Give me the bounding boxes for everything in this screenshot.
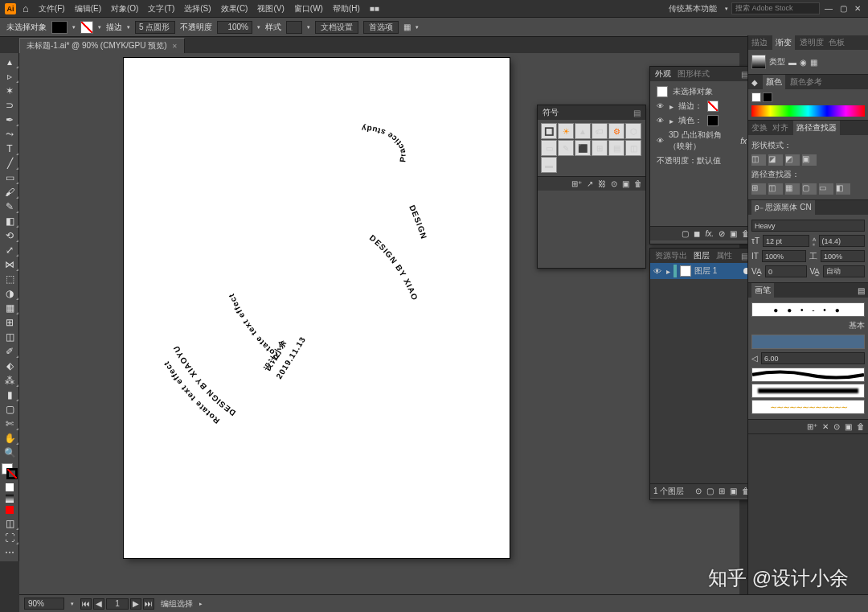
delete-brush-icon[interactable]: 🗑 (857, 422, 865, 431)
brush-lib-icon[interactable]: ⊞⁺ (807, 422, 817, 431)
minus-front-icon[interactable]: ◪ (768, 154, 783, 166)
hscale-field[interactable]: 100% (821, 250, 865, 262)
symbol-item[interactable]: ⬡ (625, 123, 641, 139)
stroke-row[interactable]: 描边： (678, 101, 702, 112)
selection-tool-icon[interactable]: ▴ (0, 55, 19, 69)
brushes-tab[interactable]: 画笔 (751, 283, 774, 298)
brush-options-icon[interactable]: ⊙ (833, 422, 840, 431)
menu-select[interactable]: 选择(S) (181, 3, 214, 14)
duplicate-icon[interactable]: ▣ (730, 229, 737, 238)
intersect-icon[interactable]: ◩ (785, 154, 800, 166)
prev-artboard-icon[interactable]: ◀ (93, 598, 104, 610)
opacity-field[interactable]: 100% (217, 21, 252, 34)
line-tool-icon[interactable]: ╱ (0, 156, 19, 170)
spectrum-picker[interactable] (751, 105, 865, 117)
visibility-icon[interactable]: 👁 (657, 137, 664, 145)
symbol-item[interactable]: ▲ (575, 123, 591, 139)
appearance-panel[interactable]: 外观图形样式▤ 未选择对象 👁▸描边： 👁▸填色： 👁3D 凸出和斜角（映射）f… (649, 66, 754, 244)
workspace-switcher[interactable]: 传统基本功能 (664, 3, 722, 14)
fill-swatch[interactable] (51, 21, 68, 34)
layer-row[interactable]: 👁▸ 图层 1 (650, 263, 753, 279)
menu-file[interactable]: 文件(F) (35, 3, 68, 14)
lasso-tool-icon[interactable]: ⊃ (0, 98, 19, 113)
artboard-tool-icon[interactable]: ▢ (0, 402, 19, 417)
brush-preset[interactable] (751, 368, 865, 382)
magic-wand-tool-icon[interactable]: ✶ (0, 84, 19, 98)
align-icon[interactable]: ▦ (403, 23, 411, 31)
tab-close-icon[interactable]: ✕ (172, 43, 178, 50)
character-tab[interactable]: ρ₋ 思源黑体 CN (751, 200, 815, 215)
symbol-item[interactable]: ⊞ (592, 140, 608, 156)
slice-tool-icon[interactable]: ✄ (0, 417, 19, 431)
leading-field[interactable]: (14.4) (819, 235, 865, 247)
place-symbol-icon[interactable]: ↗ (587, 179, 593, 188)
rectangle-tool-icon[interactable]: ▭ (0, 170, 19, 185)
break-link-icon[interactable]: ⛓ (598, 179, 606, 188)
gradient-tool-icon[interactable]: ◫ (0, 330, 19, 344)
layer-name[interactable]: 图层 1 (694, 265, 717, 277)
menu-help[interactable]: 帮助(H) (330, 3, 363, 14)
brush-size-field[interactable]: 6.00 (761, 352, 865, 364)
new-fill-icon[interactable]: ◼ (694, 229, 700, 238)
maximize-icon[interactable]: ▢ (837, 3, 849, 14)
panel-menu-icon[interactable]: ▤ (858, 286, 865, 295)
artboard-num-field[interactable]: 1 (106, 598, 129, 610)
first-artboard-icon[interactable]: ⏮ (80, 598, 92, 610)
symbol-item[interactable]: ⚙ (608, 123, 624, 139)
mesh-tool-icon[interactable]: ⊞ (0, 315, 19, 330)
color-swatches[interactable] (751, 92, 865, 102)
font-size-field[interactable]: 12 pt (763, 235, 809, 247)
screen-mode-icon[interactable]: ⛶ (0, 531, 19, 545)
brush-tool-icon[interactable]: 🖌 (0, 185, 19, 199)
hand-tool-icon[interactable]: ✋ (0, 431, 19, 446)
symbol-item[interactable]: ▭ (541, 140, 557, 156)
unite-icon[interactable]: ◫ (751, 154, 766, 166)
stroke-profile[interactable]: 5 点圆形 (135, 21, 175, 34)
symbol-item[interactable]: ⬛ (575, 140, 591, 156)
pen-tool-icon[interactable]: ✒ (0, 113, 19, 127)
curvature-tool-icon[interactable]: ⤳ (0, 127, 19, 142)
menu-view[interactable]: 视图(V) (254, 3, 287, 14)
prefs-button[interactable]: 首选项 (363, 21, 399, 34)
symbol-item[interactable]: ☀ (558, 123, 574, 139)
panel-menu-icon[interactable]: ▤ (633, 109, 641, 117)
tracking-field[interactable]: 自动 (823, 265, 865, 277)
free-transform-tool-icon[interactable]: ⬚ (0, 272, 19, 286)
brush-preset[interactable] (751, 384, 865, 398)
transform-tab[interactable]: 变换 (751, 122, 768, 133)
color-guide-tab[interactable]: 颜色参考 (790, 76, 822, 88)
linear-icon[interactable]: ▬ (788, 58, 796, 67)
kerning-field[interactable]: 0 (765, 265, 807, 277)
close-icon[interactable]: ✕ (852, 3, 863, 14)
symbol-item[interactable]: ▤ (608, 140, 624, 156)
symbol-item[interactable]: 🔲 (541, 123, 557, 139)
symbol-item[interactable]: ◫ (625, 140, 641, 156)
color-mode-icons[interactable] (0, 483, 18, 516)
new-stroke-icon[interactable]: ▢ (682, 229, 689, 238)
new-brush-icon[interactable]: ▣ (845, 422, 852, 431)
rotate-tool-icon[interactable]: ⟲ (0, 228, 19, 243)
symbols-tab[interactable]: 符号 (542, 107, 559, 118)
next-artboard-icon[interactable]: ▶ (130, 598, 141, 610)
clear-icon[interactable]: ⊘ (719, 229, 725, 238)
home-icon[interactable]: ⌂ (19, 2, 32, 14)
remove-stroke-icon[interactable]: ✕ (822, 422, 829, 431)
new-symbol-icon[interactable]: ▣ (622, 179, 629, 188)
gradient-tab[interactable]: 渐变 (772, 35, 795, 50)
vscale-field[interactable]: 100% (762, 250, 806, 262)
document-tab[interactable]: 未标题-1.ai* @ 90% (CMYK/GPU 预览) ✕ (19, 38, 185, 53)
draw-mode-icon[interactable]: ◫ (0, 516, 19, 531)
graphic-styles-tab[interactable]: 图形样式 (678, 68, 710, 80)
brush-preset[interactable] (751, 335, 865, 349)
transparency-tab[interactable]: 透明度 (800, 37, 824, 48)
color-tab[interactable]: 颜色 (763, 75, 785, 89)
stroke-swatch[interactable] (80, 21, 93, 34)
direct-select-tool-icon[interactable]: ▹ (0, 69, 19, 84)
shape-builder-tool-icon[interactable]: ◑ (0, 286, 19, 301)
menu-edit[interactable]: 编辑(E) (72, 3, 104, 14)
freeform-icon[interactable]: ▦ (810, 58, 817, 67)
symbols-panel[interactable]: 符号▤ 🔲☀▲🏷⚙⬡ ▭✎⬛⊞▤◫ ▬ ⊞⁺↗⛓⊙▣🗑 (537, 105, 646, 269)
font-weight-field[interactable]: Heavy (751, 220, 865, 232)
blend-tool-icon[interactable]: ⬖ (0, 359, 19, 373)
align-tab[interactable]: 对齐 (772, 122, 788, 133)
